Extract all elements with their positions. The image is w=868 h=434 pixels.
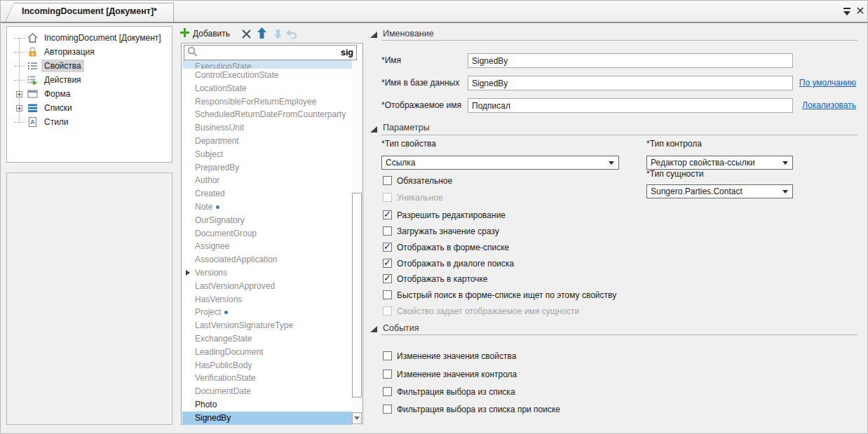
- scrollbar[interactable]: [352, 60, 362, 425]
- control-type-label: *Тип контрола: [646, 139, 702, 149]
- unchecked-checkbox[interactable]: [383, 176, 392, 185]
- list-item[interactable]: Author: [182, 174, 352, 187]
- list-item[interactable]: ScheduledReturnDateFromCounterparty: [182, 108, 352, 121]
- tab-list-icon[interactable]: [843, 7, 851, 15]
- list-item[interactable]: VerificationState: [182, 372, 352, 385]
- search-input[interactable]: sig: [184, 45, 357, 60]
- list-item[interactable]: LastVersionSignatureType: [182, 319, 352, 332]
- list-item[interactable]: AssociatedApplication: [182, 253, 352, 266]
- section-rule: [381, 334, 857, 335]
- move-down-button: [273, 29, 283, 39]
- localize-link[interactable]: Локализовать: [802, 100, 856, 110]
- list-item[interactable]: Photo: [182, 398, 352, 412]
- tree-expander-plus-icon[interactable]: [16, 105, 22, 111]
- move-up-button[interactable]: [257, 27, 267, 39]
- section-collapse-icon[interactable]: [370, 126, 377, 133]
- tree-item-actions[interactable]: Действия: [7, 73, 172, 87]
- list-item[interactable]: ExecutionState: [182, 60, 352, 69]
- plus-icon: [180, 27, 189, 40]
- checked-checkbox[interactable]: [383, 243, 392, 252]
- tree-item-form[interactable]: Форма: [7, 87, 172, 101]
- list-item[interactable]: OurSignatory: [182, 214, 352, 227]
- section-collapse-icon[interactable]: [370, 326, 377, 332]
- svg-text:A: A: [30, 118, 35, 126]
- document-tab-title[interactable]: IncomingDocument [Документ]*: [22, 6, 157, 16]
- tree-item-properties[interactable]: Свойства: [7, 59, 172, 73]
- display-name-field[interactable]: [468, 98, 793, 113]
- list-item-label: Note: [195, 202, 212, 212]
- delete-button[interactable]: [241, 29, 252, 39]
- checked-checkbox[interactable]: [383, 210, 392, 219]
- section-title-parameters[interactable]: Параметры: [383, 123, 430, 133]
- name-field[interactable]: [468, 53, 793, 68]
- unchecked-checkbox[interactable]: [383, 226, 392, 236]
- tree-connector-stub: [15, 80, 25, 81]
- property-type-combo[interactable]: Ссылка: [381, 156, 619, 170]
- actions-icon: [27, 74, 39, 86]
- tree-item-label: IncomingDocument [Документ]: [41, 32, 164, 44]
- tree-expander-plus-icon[interactable]: [16, 91, 22, 97]
- tree-item-authorization[interactable]: Авторизация: [7, 45, 172, 59]
- list-item[interactable]: ControlExecutionState: [182, 69, 352, 82]
- list-item[interactable]: LastVersionApproved: [182, 280, 352, 293]
- scrollbar-thumb[interactable]: [352, 193, 362, 398]
- unchecked-checkbox[interactable]: [383, 387, 392, 396]
- list-item[interactable]: LocationState: [182, 82, 352, 95]
- list-item[interactable]: LeadingDocument: [182, 346, 352, 359]
- list-item[interactable]: Assignee: [182, 240, 352, 253]
- list-item[interactable]: PreparedBy: [182, 161, 352, 175]
- checkbox-row: Фильтрация выбора из списка: [383, 387, 515, 397]
- unchecked-checkbox[interactable]: [383, 290, 392, 299]
- search-icon: [187, 46, 198, 60]
- checkbox-row: Изменение значения контрола: [383, 369, 517, 379]
- checkbox-label: Свойство задает отображаемое имя сущност…: [397, 306, 579, 316]
- section-title-naming[interactable]: Именование: [383, 29, 434, 39]
- list-item[interactable]: Subject: [182, 148, 352, 161]
- details-empty-panel: [6, 172, 172, 425]
- checkbox-row: Отображать в диалоге поиска: [383, 259, 514, 269]
- list-item[interactable]: ResponsibleForReturnEmployee: [182, 95, 352, 109]
- list-item[interactable]: Versions: [182, 266, 352, 280]
- title-divider: [1, 22, 867, 23]
- list-item-label: SignedBy: [195, 413, 231, 423]
- list-item-label: ResponsibleForReturnEmployee: [195, 97, 316, 107]
- db-name-field[interactable]: [468, 76, 793, 90]
- list-item-label: Assignee: [195, 241, 229, 251]
- list-item[interactable]: BusinessUnit: [182, 121, 352, 135]
- list-item[interactable]: DocumentDate: [182, 385, 352, 398]
- list-item[interactable]: Department: [182, 135, 352, 148]
- section-collapse-icon[interactable]: [370, 32, 377, 38]
- list-item[interactable]: Project: [182, 306, 352, 319]
- add-button[interactable]: Добавить: [180, 27, 230, 40]
- expand-arrow-icon[interactable]: [186, 270, 190, 276]
- tree-connector-stub: [15, 52, 25, 53]
- unchecked-checkbox[interactable]: [383, 369, 392, 379]
- list-item[interactable]: SignedBy: [182, 412, 352, 425]
- tree-item-styles[interactable]: AСтили: [7, 115, 172, 129]
- chevron-down-icon: [782, 161, 788, 165]
- default-link[interactable]: По умолчанию: [799, 78, 856, 88]
- structure-tree-panel: IncomingDocument [Документ]АвторизацияСв…: [6, 26, 172, 163]
- tree-item-lists[interactable]: Списки: [7, 101, 172, 115]
- list-item[interactable]: HasPublicBody: [182, 359, 352, 372]
- list-item[interactable]: Note: [182, 201, 352, 214]
- section-title-events[interactable]: События: [383, 323, 419, 333]
- entity-type-combo[interactable]: Sungero.Parties.Contact: [646, 184, 793, 198]
- close-icon[interactable]: [855, 6, 865, 15]
- control-type-combo[interactable]: Редактор свойства-ссылки: [646, 156, 793, 170]
- checkbox-label: Фильтрация выбора из списка при поиске: [397, 405, 560, 414]
- scroll-down-button[interactable]: [352, 412, 362, 424]
- checkbox-label: Фильтрация выбора из списка: [397, 387, 515, 397]
- unchecked-checkbox[interactable]: [383, 351, 392, 360]
- list-item[interactable]: Created: [182, 187, 352, 201]
- tree-item-root[interactable]: IncomingDocument [Документ]: [7, 31, 172, 45]
- tree-item-label: Списки: [41, 102, 75, 114]
- checked-checkbox[interactable]: [383, 274, 392, 283]
- checked-checkbox[interactable]: [383, 259, 392, 268]
- list-item[interactable]: ExchangeState: [182, 332, 352, 346]
- unchecked-checkbox[interactable]: [383, 405, 392, 414]
- home-icon: [27, 32, 39, 43]
- tree-connector-stub: [15, 38, 25, 39]
- list-item[interactable]: HasVersions: [182, 293, 352, 306]
- list-item[interactable]: DocumentGroup: [182, 227, 352, 240]
